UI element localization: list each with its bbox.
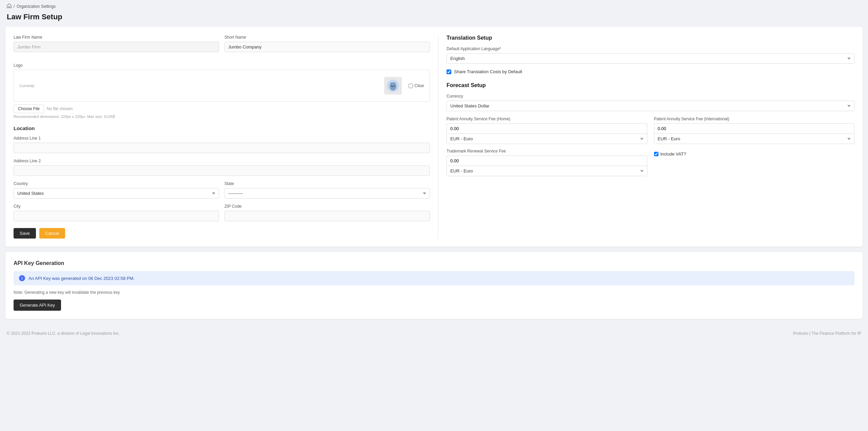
address1-input[interactable]: [14, 143, 430, 153]
trademark-renewal-label: Trademark Renewal Service Fee: [447, 149, 647, 153]
api-section: API Key Generation i An API Key was gene…: [5, 252, 863, 319]
forecast-setup-section: Forecast Setup Currency United States Do…: [447, 82, 854, 176]
currently-label: Currently: [19, 84, 35, 88]
api-title: API Key Generation: [14, 260, 854, 266]
logo-img-box: [384, 77, 402, 95]
trademark-renewal-input[interactable]: [447, 156, 647, 166]
country-field: Country United States: [14, 181, 219, 199]
logo-image: [383, 76, 403, 96]
footer: © 2021-2023 Prokurio LLC, a division of …: [0, 324, 868, 343]
zip-field: ZIP Code: [224, 204, 430, 221]
share-translation-row: Share Translation Costs by Default: [447, 69, 854, 74]
state-field: State ----------: [224, 181, 430, 199]
patent-annuity-intl-label: Patent Annuity Service Fee (Internationa…: [654, 117, 855, 121]
logo-box: Currently: [14, 70, 430, 102]
api-info-message: An API Key was generated on 06 Dec 2023 …: [28, 276, 135, 281]
footer-left: © 2021-2023 Prokurio LLC, a division of …: [7, 331, 120, 336]
save-button[interactable]: Save: [14, 228, 36, 239]
left-panel: Law Firm Name Short Name Logo Currently: [14, 35, 430, 239]
file-hint: Recommended dimensions: 220px x 220px. M…: [14, 115, 430, 119]
patent-annuity-home-currency-select[interactable]: EUR - Euro: [447, 134, 647, 144]
generate-api-key-button[interactable]: Generate API Key: [14, 300, 61, 311]
include-vat-row: Include VAT?: [654, 149, 855, 157]
trademark-row: Trademark Renewal Service Fee EUR - Euro…: [447, 149, 854, 176]
zip-input[interactable]: [224, 211, 430, 221]
info-icon: i: [19, 275, 25, 281]
law-firm-name-label: Law Firm Name: [14, 35, 219, 40]
country-label: Country: [14, 181, 219, 186]
api-note: Note: Generating a new key will invalida…: [14, 290, 854, 295]
clear-checkbox-area: Clear: [409, 83, 424, 88]
zip-label: ZIP Code: [224, 204, 430, 209]
logo-label: Logo: [14, 63, 430, 68]
right-panel: Translation Setup Default Application La…: [438, 35, 854, 239]
clear-checkbox[interactable]: [409, 84, 413, 88]
share-translation-label: Share Translation Costs by Default: [454, 69, 522, 74]
translation-setup-section: Translation Setup Default Application La…: [447, 35, 854, 74]
patent-annuity-intl-field: Patent Annuity Service Fee (Internationa…: [654, 117, 855, 144]
short-name-label: Short Name: [224, 35, 430, 40]
clear-label: Clear: [414, 83, 424, 88]
state-select[interactable]: ----------: [224, 188, 430, 199]
patent-annuity-home-field: Patent Annuity Service Fee (Home) EUR - …: [447, 117, 647, 144]
breadcrumb: / Organization Settings: [0, 0, 868, 13]
home-icon: [7, 3, 12, 9]
fee-grid: Patent Annuity Service Fee (Home) EUR - …: [447, 117, 854, 144]
currency-select[interactable]: United States Dollar: [447, 101, 854, 111]
breadcrumb-separator: /: [14, 4, 15, 9]
currency-label: Currency: [447, 94, 854, 99]
address2-label: Address Line 2: [14, 159, 430, 163]
svg-point-6: [393, 85, 395, 87]
translation-setup-title: Translation Setup: [447, 35, 854, 41]
patent-annuity-home-input[interactable]: [447, 123, 647, 134]
law-firm-name-field: Law Firm Name: [14, 35, 219, 52]
short-name-field: Short Name: [224, 35, 430, 52]
include-vat-checkbox[interactable]: [654, 152, 658, 156]
breadcrumb-current: Organization Settings: [17, 4, 56, 9]
city-input[interactable]: [14, 211, 219, 221]
state-label: State: [224, 181, 430, 186]
patent-annuity-home-label: Patent Annuity Service Fee (Home): [447, 117, 647, 121]
country-select[interactable]: United States: [14, 188, 219, 199]
cancel-button[interactable]: Cancel: [39, 228, 65, 239]
trademark-renewal-currency-select[interactable]: EUR - Euro: [447, 166, 647, 176]
patent-annuity-intl-currency-select[interactable]: EUR - Euro: [654, 134, 855, 144]
default-language-label: Default Application Language*: [447, 46, 854, 51]
svg-point-5: [391, 85, 393, 87]
default-language-field: Default Application Language* English: [447, 46, 854, 64]
law-firm-name-input[interactable]: [14, 42, 219, 52]
patent-annuity-intl-input[interactable]: [654, 123, 855, 134]
address2-input[interactable]: [14, 165, 430, 176]
api-info-box: i An API Key was generated on 06 Dec 202…: [14, 271, 854, 285]
trademark-renewal-field: Trademark Renewal Service Fee EUR - Euro: [447, 149, 647, 176]
file-name-label: No file chosen: [47, 106, 73, 111]
page-title: Law Firm Setup: [0, 13, 868, 27]
city-field: City: [14, 204, 219, 221]
short-name-input[interactable]: [224, 42, 430, 52]
logo-section: Logo Currently: [14, 63, 430, 119]
form-buttons: Save Cancel: [14, 228, 430, 239]
address1-label: Address Line 1: [14, 136, 430, 141]
address1-field: Address Line 1: [14, 136, 430, 153]
choose-file-button[interactable]: Choose File: [14, 104, 44, 113]
default-language-select[interactable]: English: [447, 53, 854, 64]
include-vat-label: Include VAT?: [660, 151, 686, 157]
currency-field: Currency United States Dollar: [447, 94, 854, 111]
share-translation-checkbox[interactable]: [447, 69, 451, 74]
location-title: Location: [14, 125, 430, 131]
main-form-card: Law Firm Name Short Name Logo Currently: [5, 27, 863, 247]
location-section: Location Address Line 1 Address Line 2 C…: [14, 125, 430, 221]
forecast-setup-title: Forecast Setup: [447, 82, 854, 88]
address2-field: Address Line 2: [14, 159, 430, 176]
footer-right: Prokurio | The Finance Platform for IP: [793, 331, 861, 336]
city-label: City: [14, 204, 219, 209]
file-input-row: Choose File No file chosen: [14, 104, 430, 113]
